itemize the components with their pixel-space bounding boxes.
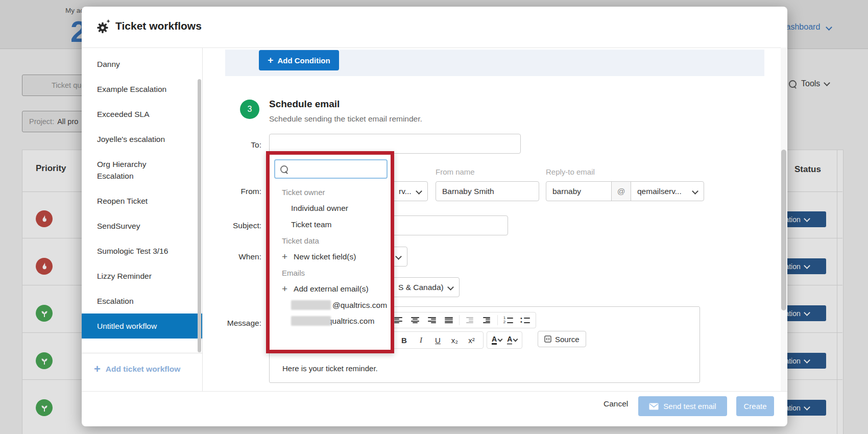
message-body-text[interactable]: Here is your ticket reminder.	[282, 364, 378, 373]
option-add-external-email[interactable]: + Add external email(s)	[270, 281, 391, 297]
plus-icon: +	[94, 365, 101, 374]
group-label-ticket-data: Ticket data	[270, 233, 391, 249]
indent-decrease-icon[interactable]	[462, 313, 478, 327]
bullet-list-icon[interactable]: ••	[517, 313, 534, 327]
workflow-sidebar: Danny Example Escalation Exceeded SLA Jo…	[82, 47, 203, 391]
from-name-label: From name	[436, 167, 475, 176]
redacted-text-blur	[291, 300, 331, 310]
source-button[interactable]: Source	[538, 331, 586, 347]
workflow-list: Danny Example Escalation Exceeded SLA Jo…	[82, 47, 202, 339]
dropdown-options-list: Ticket owner Individual owner Ticket tea…	[270, 184, 391, 329]
bg-color-icon: A	[507, 335, 512, 345]
chevron-down-icon	[416, 188, 422, 195]
step-subtitle: Schedule sending the ticket email remind…	[269, 114, 422, 124]
sidebar-item-escalation[interactable]: Escalation	[82, 288, 186, 314]
option-individual-owner[interactable]: Individual owner	[270, 200, 391, 216]
underline-button[interactable]: U	[429, 333, 446, 347]
editor-toolbar-row2-text: B I U x₂ x²	[392, 331, 484, 349]
sidebar-item-sumologic-test[interactable]: Sumologic Test 3/16	[82, 238, 186, 263]
option-new-ticket-field[interactable]: + New ticket field(s)	[270, 249, 391, 265]
send-test-email-button[interactable]: Send test email	[638, 396, 727, 416]
chevron-down-icon	[513, 337, 518, 342]
italic-button[interactable]: I	[413, 333, 429, 347]
editor-toolbar-row1: 12 ••	[387, 312, 536, 328]
group-label-ticket-owner: Ticket owner	[270, 184, 391, 200]
subject-label: Subject:	[213, 221, 261, 230]
option-email-redacted-2[interactable]: qualtrics.com	[270, 313, 391, 329]
plus-icon: +	[268, 55, 273, 66]
sidebar-footer: + Add ticket workflow	[82, 353, 202, 392]
plus-icon: +	[282, 285, 287, 293]
sidebar-item-danny[interactable]: Danny	[82, 52, 186, 77]
search-icon	[280, 165, 288, 173]
font-color-icon: A	[492, 335, 497, 345]
sidebar-item-reopen-ticket[interactable]: Reopen Ticket	[82, 188, 186, 213]
indent-increase-icon[interactable]	[478, 313, 495, 327]
source-icon	[544, 335, 551, 343]
align-justify-icon[interactable]	[440, 313, 457, 327]
cancel-button[interactable]: Cancel	[604, 399, 628, 408]
modal-footer: Cancel Send test email Create	[82, 391, 787, 427]
option-ticket-team[interactable]: Ticket team	[270, 216, 391, 233]
plus-icon: +	[282, 253, 287, 261]
chevron-down-icon	[692, 188, 698, 195]
when-label: When:	[213, 252, 261, 261]
modal-title: Ticket workflows	[115, 20, 202, 32]
create-button[interactable]: Create	[736, 396, 774, 416]
ordered-list-icon[interactable]: 12	[500, 313, 517, 327]
dropdown-search-input[interactable]	[274, 159, 388, 179]
chevron-down-icon	[447, 284, 454, 291]
align-center-icon[interactable]	[406, 313, 423, 327]
sidebar-item-untitled-workflow-selected[interactable]: Untitled workflow	[82, 314, 202, 339]
from-name-input[interactable]: Barnaby Smith	[436, 181, 539, 201]
align-right-icon[interactable]	[423, 313, 440, 327]
reply-to-email-label: Reply-to email	[546, 167, 595, 176]
chevron-down-icon	[395, 253, 402, 260]
ticket-workflows-modal: Ticket workflows Danny Example Escalatio…	[82, 7, 787, 426]
bg-color-button[interactable]: A	[504, 333, 520, 347]
group-label-emails: Emails	[270, 265, 391, 281]
message-label: Message:	[213, 319, 261, 328]
toolbar-separator	[497, 315, 498, 325]
bold-button[interactable]: B	[396, 333, 413, 347]
subscript-button[interactable]: x₂	[446, 333, 463, 347]
editor-toolbar-row2-color: A A	[487, 331, 522, 349]
sidebar-item-org-hierarchy-escalation[interactable]: Org Hierarchy Escalation	[82, 152, 186, 188]
chevron-down-icon	[498, 337, 503, 342]
add-ticket-workflow-button[interactable]: + Add ticket workflow	[94, 365, 180, 374]
from-label: From:	[213, 187, 261, 196]
superscript-button[interactable]: x²	[463, 333, 480, 347]
option-email-redacted-1[interactable]: @qualtrics.com	[270, 297, 391, 313]
redacted-text-blur	[291, 316, 331, 326]
sidebar-scrollbar-thumb[interactable]	[198, 79, 201, 352]
modal-scrollbar-thumb[interactable]	[781, 150, 786, 310]
reply-to-domain-select[interactable]: qemailserv...	[631, 181, 704, 201]
add-condition-button[interactable]: + Add Condition	[259, 50, 339, 70]
reply-to-local-input[interactable]: barnaby	[546, 181, 612, 201]
to-label: To:	[213, 140, 261, 150]
sidebar-item-lizzy-reminder[interactable]: Lizzy Reminder	[82, 263, 186, 288]
envelope-icon	[649, 403, 659, 410]
sidebar-item-sendsurvey[interactable]: SendSurvey	[82, 213, 186, 238]
at-symbol-cell: @	[611, 181, 631, 201]
sidebar-item-example-escalation[interactable]: Example Escalation	[82, 77, 186, 102]
sidebar-item-joyelles-escalation[interactable]: Joyelle's escalation	[82, 127, 186, 152]
font-color-button[interactable]: A	[489, 333, 504, 347]
sidebar-item-exceeded-sla[interactable]: Exceeded SLA	[82, 102, 186, 127]
recipient-dropdown-annotated: Ticket owner Individual owner Ticket tea…	[266, 151, 394, 353]
step-number-badge: 3	[240, 100, 259, 119]
gear-icon	[95, 19, 111, 37]
step-title: Schedule email	[269, 99, 340, 110]
toolbar-separator	[459, 315, 460, 325]
